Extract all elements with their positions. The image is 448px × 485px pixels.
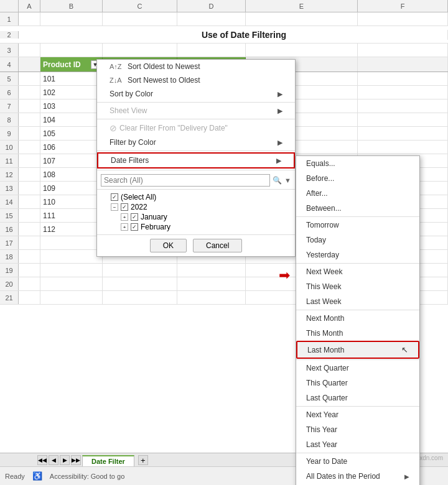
product-id-header: Product ID ▼ bbox=[40, 57, 103, 72]
table-row: 1 bbox=[0, 12, 448, 26]
tree-item-february[interactable]: + February bbox=[101, 222, 291, 232]
chevron-right-icon: ▶ bbox=[276, 157, 281, 165]
col-header-rownum bbox=[0, 0, 19, 12]
date-filter-next-month[interactable]: Next Month bbox=[296, 311, 419, 326]
chevron-right-icon: ▶ bbox=[404, 473, 409, 480]
date-filters-menu-item[interactable]: Date Filters ▶ bbox=[97, 152, 295, 169]
date-filter-this-week[interactable]: This Week bbox=[296, 279, 419, 294]
accessibility-icon: ♿ bbox=[32, 471, 42, 481]
col-header-e: E bbox=[246, 0, 358, 12]
chevron-right-icon: ▶ bbox=[278, 90, 282, 98]
col-header-a: A bbox=[19, 0, 40, 12]
search-area: 🔍 ▼ bbox=[97, 172, 295, 190]
search-icon: 🔍 bbox=[273, 176, 282, 185]
checkbox-january[interactable] bbox=[131, 213, 138, 221]
menu-separator bbox=[97, 119, 295, 119]
expand-icon[interactable]: − bbox=[111, 203, 118, 211]
expand-icon bbox=[101, 193, 108, 201]
tab-date-filter[interactable]: Date Filter bbox=[82, 455, 134, 466]
date-menu-separator bbox=[296, 359, 419, 360]
tab-nav-first[interactable]: ◀◀ bbox=[37, 455, 47, 465]
sort-newest-to-oldest[interactable]: Z↓A Sort Newest to Oldest bbox=[97, 73, 295, 87]
filter-buttons: OK Cancel bbox=[97, 234, 295, 256]
date-filter-equals[interactable]: Equals... bbox=[296, 156, 419, 171]
date-filter-this-month[interactable]: This Month bbox=[296, 326, 419, 341]
date-filter-tomorrow[interactable]: Tomorrow bbox=[296, 218, 419, 233]
date-filter-last-quarter[interactable]: Last Quarter bbox=[296, 390, 419, 405]
page-title: Use of Date Filtering bbox=[202, 30, 286, 40]
date-menu-separator bbox=[296, 263, 419, 264]
cursor-icon: ↖ bbox=[401, 345, 408, 354]
menu-separator bbox=[97, 170, 295, 170]
title-row: 2 Use of Date Filtering bbox=[0, 26, 448, 44]
date-filter-all-dates[interactable]: All Dates in the Period ▶ bbox=[296, 469, 419, 484]
checkbox-2022[interactable] bbox=[121, 203, 128, 211]
date-filter-this-quarter[interactable]: This Quarter bbox=[296, 376, 419, 390]
date-menu-separator bbox=[296, 310, 419, 310]
chevron-right-icon: ▶ bbox=[278, 139, 282, 147]
date-filter-between[interactable]: Between... bbox=[296, 201, 419, 216]
expand-icon[interactable]: + bbox=[121, 223, 128, 231]
filter-dropdown: A↑Z Sort Oldest to Newest Z↓A Sort Newes… bbox=[96, 59, 296, 257]
tree-item-select-all[interactable]: (Select All) bbox=[101, 192, 291, 202]
expand-icon[interactable]: + bbox=[121, 213, 128, 221]
sort-za-icon: Z↓A bbox=[110, 76, 122, 84]
checkbox-tree: (Select All) − 2022 + January + February bbox=[97, 190, 295, 234]
menu-separator bbox=[97, 102, 295, 103]
col-header-c: C bbox=[103, 0, 177, 12]
table-row: 3 bbox=[0, 44, 448, 57]
checkbox-february[interactable] bbox=[131, 223, 138, 231]
cancel-button[interactable]: Cancel bbox=[193, 239, 242, 252]
date-filter-year-to-date[interactable]: Year to Date bbox=[296, 454, 419, 469]
col-header-f: F bbox=[358, 0, 448, 12]
checkbox-select-all[interactable] bbox=[111, 193, 118, 201]
date-filter-last-month[interactable]: Last Month ↖ bbox=[296, 341, 419, 359]
date-menu-separator bbox=[296, 406, 419, 407]
date-filter-before[interactable]: Before... bbox=[296, 171, 419, 186]
clear-filter: ⊘Clear Filter From "Delivery Date" bbox=[97, 121, 295, 136]
date-filter-this-year[interactable]: This Year bbox=[296, 422, 419, 437]
date-filter-last-week[interactable]: Last Week bbox=[296, 294, 419, 309]
date-filter-yesterday[interactable]: Yesterday bbox=[296, 247, 419, 262]
date-filter-today[interactable]: Today bbox=[296, 233, 419, 247]
column-headers: A B C D E F bbox=[0, 0, 448, 12]
date-filters-submenu: Equals... Before... After... Between... … bbox=[296, 155, 420, 485]
sort-az-icon: A↑Z bbox=[110, 63, 122, 70]
date-filter-next-year[interactable]: Next Year bbox=[296, 407, 419, 422]
date-filter-after[interactable]: After... bbox=[296, 186, 419, 201]
col-header-b: B bbox=[40, 0, 103, 12]
chevron-right-icon: ▶ bbox=[278, 107, 282, 115]
search-input[interactable] bbox=[101, 174, 270, 187]
ok-button[interactable]: OK bbox=[150, 239, 187, 252]
tree-item-2022[interactable]: − 2022 bbox=[101, 202, 291, 212]
date-filter-next-week[interactable]: Next Week bbox=[296, 264, 419, 279]
sort-oldest-to-newest[interactable]: A↑Z Sort Oldest to Newest bbox=[97, 60, 295, 73]
date-filter-next-quarter[interactable]: Next Quarter bbox=[296, 361, 419, 376]
date-menu-separator bbox=[296, 216, 419, 217]
tab-nav-last[interactable]: ▶▶ bbox=[71, 455, 81, 465]
sheet-view: Sheet View ▶ bbox=[97, 104, 295, 118]
date-filter-last-year[interactable]: Last Year bbox=[296, 437, 419, 452]
menu-separator bbox=[97, 150, 295, 151]
red-arrow-indicator: ➡ bbox=[279, 267, 290, 284]
col-header-d: D bbox=[177, 0, 246, 12]
add-sheet-btn[interactable]: + bbox=[138, 455, 148, 465]
dropdown-arrow-btn[interactable]: ▼ bbox=[284, 177, 291, 184]
filter-icon: ⊘ bbox=[110, 123, 117, 133]
date-menu-separator bbox=[296, 453, 419, 453]
accessibility-status: Accessibility: Good to go bbox=[50, 473, 124, 480]
tree-item-january[interactable]: + January bbox=[101, 212, 291, 222]
sort-by-color[interactable]: Sort by Color ▶ bbox=[97, 87, 295, 101]
tab-nav-next[interactable]: ▶ bbox=[60, 455, 70, 465]
tab-nav-prev[interactable]: ◀ bbox=[49, 455, 58, 465]
filter-by-color[interactable]: Filter by Color ▶ bbox=[97, 136, 295, 149]
ready-status: Ready bbox=[5, 473, 25, 480]
